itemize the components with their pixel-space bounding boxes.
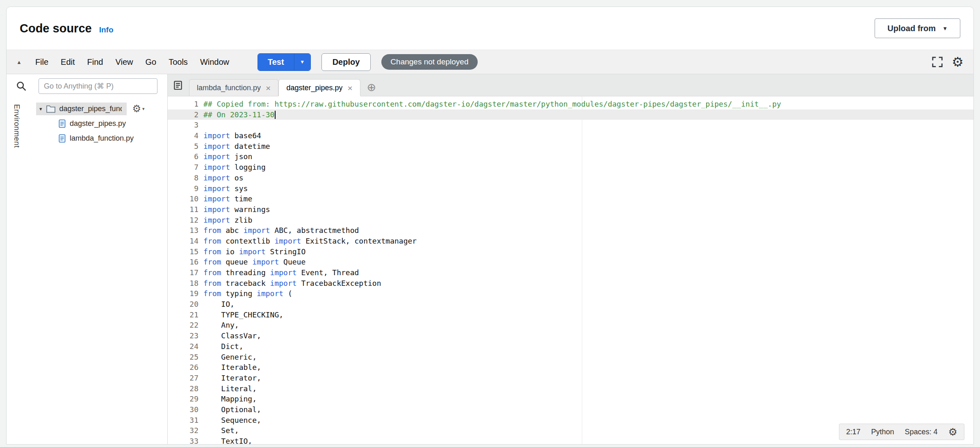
code-line-18[interactable]: 18from traceback import TracebackExcepti… bbox=[168, 278, 973, 289]
line-number[interactable]: 26 bbox=[168, 362, 198, 373]
code-line-2[interactable]: 2## On 2023-11-30 bbox=[168, 109, 973, 120]
code-line-27[interactable]: 27 Iterator, bbox=[168, 373, 973, 383]
test-button[interactable]: Test bbox=[258, 54, 294, 71]
line-number[interactable]: 11 bbox=[168, 204, 198, 215]
line-number[interactable]: 31 bbox=[168, 415, 198, 426]
line-number[interactable]: 15 bbox=[168, 246, 198, 257]
line-number[interactable]: 5 bbox=[168, 141, 198, 152]
menu-item-file[interactable]: File bbox=[29, 57, 55, 67]
line-number[interactable]: 8 bbox=[168, 173, 198, 183]
line-content: Generic, bbox=[198, 352, 257, 363]
code-line-26[interactable]: 26 Iterable, bbox=[168, 362, 973, 373]
line-number[interactable]: 16 bbox=[168, 257, 198, 267]
line-number[interactable]: 17 bbox=[168, 267, 198, 278]
line-number[interactable]: 33 bbox=[168, 436, 198, 444]
code-line-15[interactable]: 15from io import StringIO bbox=[168, 246, 973, 257]
code-line-30[interactable]: 30 Optional, bbox=[168, 404, 973, 415]
code-line-12[interactable]: 12import zlib bbox=[168, 215, 973, 226]
line-number[interactable]: 4 bbox=[168, 130, 198, 141]
fullscreen-icon[interactable] bbox=[931, 56, 944, 68]
code-line-28[interactable]: 28 Literal, bbox=[168, 383, 973, 394]
code-line-7[interactable]: 7import logging bbox=[168, 162, 973, 173]
tab-lambda_function-py[interactable]: lambda_function.py× bbox=[189, 79, 278, 96]
line-number[interactable]: 27 bbox=[168, 373, 198, 383]
statusbar-gear-icon[interactable]: ⚙ bbox=[948, 427, 957, 437]
language-mode[interactable]: Python bbox=[871, 428, 894, 436]
line-number[interactable]: 22 bbox=[168, 320, 198, 331]
line-number[interactable]: 12 bbox=[168, 215, 198, 226]
chevron-down-icon: ▼ bbox=[942, 25, 948, 32]
line-number[interactable]: 3 bbox=[168, 120, 198, 130]
line-number[interactable]: 10 bbox=[168, 194, 198, 204]
code-line-1[interactable]: 1## Copied from: https://raw.githubuserc… bbox=[168, 99, 973, 109]
info-link[interactable]: Info bbox=[99, 25, 114, 34]
tree-folder-row[interactable]: ▾ dagster_pipes_function ⚙▾ bbox=[7, 101, 167, 116]
code-line-19[interactable]: 19from typing import ( bbox=[168, 288, 973, 299]
line-number[interactable]: 1 bbox=[168, 99, 198, 109]
code-line-23[interactable]: 23 ClassVar, bbox=[168, 331, 973, 341]
tree-file-dagster_pipes.py[interactable]: dagster_pipes.py bbox=[7, 116, 167, 131]
line-number[interactable]: 13 bbox=[168, 225, 198, 236]
code-line-13[interactable]: 13from abc import ABC, abstractmethod bbox=[168, 225, 973, 236]
code-line-8[interactable]: 8import os bbox=[168, 173, 973, 183]
line-number[interactable]: 32 bbox=[168, 425, 198, 436]
code-line-16[interactable]: 16from queue import Queue bbox=[168, 257, 973, 267]
code-line-22[interactable]: 22 Any, bbox=[168, 320, 973, 331]
deploy-button[interactable]: Deploy bbox=[321, 53, 371, 71]
tree-folder-selection[interactable]: ▾ dagster_pipes_function bbox=[36, 103, 127, 115]
upload-from-button[interactable]: Upload from ▼ bbox=[875, 18, 960, 38]
line-number[interactable]: 2 bbox=[168, 109, 198, 120]
code-line-14[interactable]: 14from contextlib import ExitStack, cont… bbox=[168, 236, 973, 246]
menu-item-edit[interactable]: Edit bbox=[55, 57, 81, 67]
tab-close-icon[interactable]: × bbox=[266, 84, 271, 92]
line-number[interactable]: 14 bbox=[168, 236, 198, 246]
menu-item-tools[interactable]: Tools bbox=[162, 57, 194, 67]
code-line-25[interactable]: 25 Generic, bbox=[168, 352, 973, 363]
line-number[interactable]: 7 bbox=[168, 162, 198, 173]
line-number[interactable]: 30 bbox=[168, 404, 198, 415]
line-number[interactable]: 20 bbox=[168, 299, 198, 310]
code-line-9[interactable]: 9import sys bbox=[168, 183, 973, 194]
cursor-position[interactable]: 2:17 bbox=[846, 428, 860, 436]
line-number[interactable]: 19 bbox=[168, 288, 198, 299]
line-content: from abc import ABC, abstractmethod bbox=[198, 225, 359, 236]
code-line-5[interactable]: 5import datetime bbox=[168, 141, 973, 152]
search-icon[interactable] bbox=[16, 80, 27, 92]
line-number[interactable]: 24 bbox=[168, 341, 198, 352]
new-tab-icon[interactable]: ⊕ bbox=[367, 82, 376, 93]
line-number[interactable]: 18 bbox=[168, 278, 198, 289]
code-line-20[interactable]: 20 IO, bbox=[168, 299, 973, 310]
code-line-3[interactable]: 3 bbox=[168, 120, 973, 130]
code-line-21[interactable]: 21 TYPE_CHECKING, bbox=[168, 310, 973, 320]
tab-dagster_pipes-py[interactable]: dagster_pipes.py× bbox=[278, 79, 360, 96]
code-line-4[interactable]: 4import base64 bbox=[168, 130, 973, 141]
code-line-29[interactable]: 29 Mapping, bbox=[168, 394, 973, 404]
settings-gear-icon[interactable]: ⚙ bbox=[952, 55, 964, 68]
menu-item-window[interactable]: Window bbox=[194, 57, 235, 67]
line-number[interactable]: 25 bbox=[168, 352, 198, 363]
line-number[interactable]: 28 bbox=[168, 383, 198, 394]
code-line-17[interactable]: 17from threading import Event, Thread bbox=[168, 267, 973, 278]
code-line-10[interactable]: 10import time bbox=[168, 194, 973, 204]
code-line-24[interactable]: 24 Dict, bbox=[168, 341, 973, 352]
tree-settings-icon[interactable]: ⚙▾ bbox=[132, 103, 145, 114]
line-number[interactable]: 9 bbox=[168, 183, 198, 194]
tab-list-icon[interactable] bbox=[173, 80, 183, 91]
tree-file-lambda_function.py[interactable]: lambda_function.py bbox=[7, 131, 167, 146]
menu-item-go[interactable]: Go bbox=[139, 57, 162, 67]
code-line-6[interactable]: 6import json bbox=[168, 151, 973, 162]
collapse-editor-icon[interactable]: ▲ bbox=[16, 59, 22, 65]
test-options-button[interactable]: ▼ bbox=[294, 54, 310, 71]
line-number[interactable]: 6 bbox=[168, 151, 198, 162]
menu-item-view[interactable]: View bbox=[109, 57, 139, 67]
goto-anything-input[interactable] bbox=[39, 78, 157, 94]
menu-item-find[interactable]: Find bbox=[81, 57, 109, 67]
caret-expanded-icon[interactable]: ▾ bbox=[39, 106, 42, 112]
tab-close-icon[interactable]: × bbox=[347, 84, 352, 92]
line-number[interactable]: 23 bbox=[168, 331, 198, 341]
indent-setting[interactable]: Spaces: 4 bbox=[905, 428, 938, 436]
code-editor[interactable]: 1## Copied from: https://raw.githubuserc… bbox=[168, 96, 973, 444]
line-number[interactable]: 29 bbox=[168, 394, 198, 404]
code-line-11[interactable]: 11import warnings bbox=[168, 204, 973, 215]
line-number[interactable]: 21 bbox=[168, 310, 198, 320]
